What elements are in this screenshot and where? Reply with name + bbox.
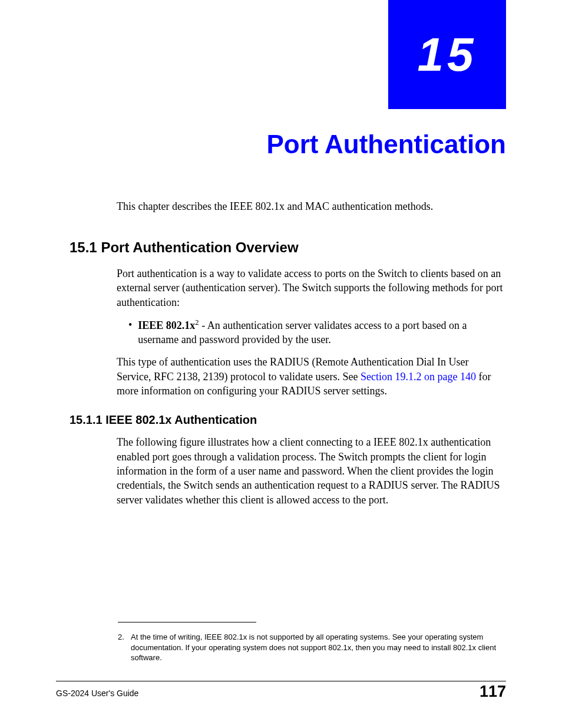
bullet-ieee-8021x: • IEEE 802.1x2 - An authentication serve… [128,318,505,347]
chapter-intro: This chapter describes the IEEE 802.1x a… [117,200,505,213]
footnote-number: 2. [118,632,131,663]
section-heading-15-1: 15.1 Port Authentication Overview [70,239,505,256]
footnote-separator [118,622,256,622]
section-heading-15-1-1: 15.1.1 IEEE 802.1x Authentication [70,413,505,427]
footer-separator [56,681,506,681]
bullet-dot-icon: • [128,318,132,347]
bullet-bold-text: IEEE 802.1x [138,319,195,331]
footnote-text: At the time of writing, IEEE 802.1x is n… [131,632,498,663]
content-area: This chapter describes the IEEE 802.1x a… [70,200,505,515]
cross-ref-link[interactable]: Section 19.1.2 on page 140 [361,371,476,383]
chapter-number-block: 15 [388,0,506,109]
section-15-1-p2: This type of authentication uses the RAD… [117,355,505,398]
footer-guide-title: GS-2024 User's Guide [56,689,138,698]
section-15-1-p1: Port authentication is a way to validate… [117,266,505,309]
chapter-title: Port Authentication [266,130,506,159]
chapter-number: 15 [418,28,477,82]
footnote-2: 2. At the time of writing, IEEE 802.1x i… [118,632,498,663]
page-number: 117 [480,683,506,701]
bullet-text: IEEE 802.1x2 - An authentication server … [138,318,505,347]
section-15-1-1-p1: The following figure illustrates how a c… [117,435,505,506]
